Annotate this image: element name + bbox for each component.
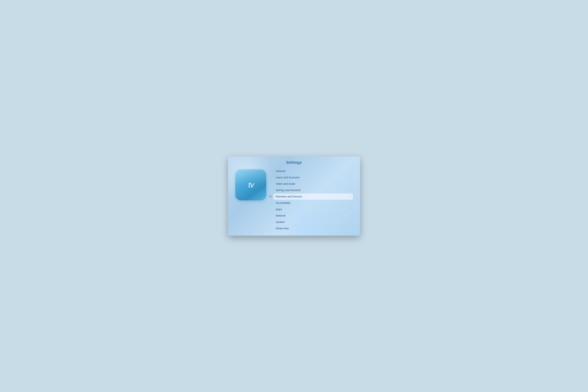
menu-item-apps[interactable]: Apps›: [274, 206, 353, 212]
menu-item-label-apps: Apps: [276, 208, 282, 211]
menu-item-label-accessibility: Accessibility: [276, 202, 290, 204]
chevron-icon-general: ›: [350, 170, 351, 172]
chevron-icon-video-and-audio: ›: [350, 182, 351, 185]
menu-item-label-general: General: [276, 170, 285, 173]
menu-item-label-network: Network: [276, 214, 286, 217]
menu-item-label-users-and-accounts: Users and Accounts: [276, 176, 300, 179]
page-title: Settings: [286, 160, 302, 165]
apple-tv-logo: tv: [235, 169, 266, 200]
menu-item-label-airplay-and-homekit: AirPlay and HomeKit: [276, 189, 300, 192]
menu-item-network[interactable]: Network›: [274, 212, 353, 219]
menu-item-label-video-and-audio: Video and Audio: [276, 182, 295, 186]
chevron-icon-accessibility: ›: [350, 202, 351, 204]
menu-item-video-and-audio[interactable]: Video and Audio›: [274, 181, 353, 187]
content-area: tv General›Users and Accounts›Video and …: [228, 168, 360, 236]
menu-item-label-sleep-now: Sleep Now: [276, 227, 289, 230]
menu-item-label-system: System: [276, 220, 285, 224]
menu-item-sleep-now[interactable]: Sleep Now: [274, 225, 353, 232]
menu-item-label-remotes-and-devices: Remotes and Devices: [276, 195, 302, 198]
settings-screen: Settings tv General›Users and Accounts›V…: [228, 156, 360, 236]
settings-menu: General›Users and Accounts›Video and Aud…: [274, 168, 353, 232]
menu-item-airplay-and-homekit[interactable]: AirPlay and HomeKit›: [274, 187, 353, 193]
chevron-icon-remotes-and-devices: ›: [350, 195, 351, 198]
chevron-icon-users-and-accounts: ›: [350, 176, 351, 179]
tv-label: tv: [248, 180, 254, 189]
menu-item-remotes-and-devices[interactable]: ☞Remotes and Devices›: [274, 194, 353, 200]
menu-item-general[interactable]: General›: [274, 168, 353, 174]
chevron-icon-system: ›: [350, 221, 351, 224]
chevron-icon-airplay-and-homekit: ›: [350, 189, 351, 192]
menu-item-users-and-accounts[interactable]: Users and Accounts›: [274, 174, 353, 181]
chevron-icon-network: ›: [350, 214, 351, 217]
menu-item-system[interactable]: System›: [274, 219, 353, 225]
menu-item-accessibility[interactable]: Accessibility›: [274, 200, 353, 206]
chevron-icon-apps: ›: [350, 208, 351, 211]
cursor-pointer: ☞: [269, 194, 272, 199]
apple-tv-brand: tv: [248, 180, 254, 189]
